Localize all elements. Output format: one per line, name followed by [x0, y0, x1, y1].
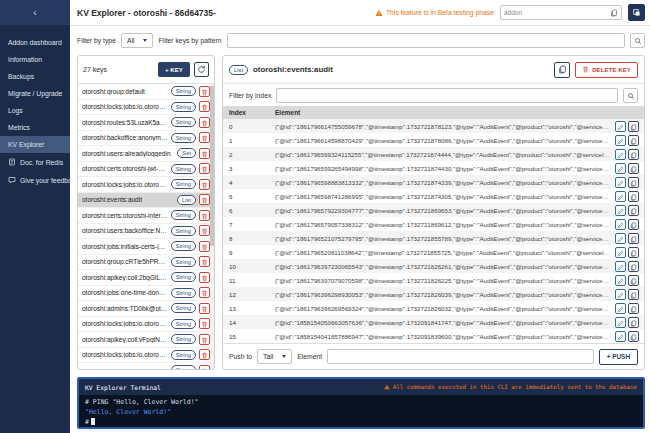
copy-element-button[interactable]: [628, 205, 639, 216]
push-element-input[interactable]: [327, 349, 594, 364]
key-list-item[interactable]: otoroshi:apikey:coll:vFpgtNWhAKJpGK1 Str…: [78, 332, 214, 348]
copy-icon[interactable]: [610, 9, 618, 17]
key-list-item[interactable]: otoroshi:locks:jobs:io.otoroshi.core.hea…: [78, 100, 214, 116]
delete-key-row-button[interactable]: [199, 101, 210, 112]
row-index: 2: [223, 151, 275, 158]
delete-key-row-button[interactable]: [199, 132, 210, 143]
key-list-item[interactable]: otoroshi:locks:jobs:io.otoroshi.core.job…: [78, 177, 214, 193]
key-list-item[interactable]: otoroshi:certs:otoroshi-jwt-signing Stri…: [78, 162, 214, 178]
edit-element-button[interactable]: [615, 149, 626, 160]
delete-key-row-button[interactable]: [199, 163, 210, 174]
key-list-item[interactable]: otoroshi:admins:TD0bk@otoroshi.io String: [78, 301, 214, 317]
copy-key-button[interactable]: [554, 62, 570, 78]
filter-pattern-input[interactable]: [227, 33, 625, 48]
key-list-item[interactable]: otoroshi:group:default String: [78, 84, 214, 100]
edit-element-button[interactable]: [615, 275, 626, 286]
sidebar-item[interactable]: Migrate / Upgrade: [0, 85, 70, 102]
key-list-item[interactable]: otoroshi:group:cRTle5hPRDUfLgeT String: [78, 255, 214, 271]
key-list-item[interactable]: otoroshi:routes:53LuzaK5aJztGzPF String: [78, 115, 214, 131]
delete-key-row-button[interactable]: [199, 365, 210, 369]
key-list-item[interactable]: otoroshi:users:backoffice:NObbFwWEXWAW..…: [78, 224, 214, 240]
terminal-body[interactable]: # PING "Hello, Clever World!" "Hello, Cl…: [79, 395, 643, 429]
filter-type-select[interactable]: All: [121, 33, 154, 48]
delete-key-row-button[interactable]: [199, 210, 210, 221]
copy-element-button[interactable]: [628, 149, 639, 160]
sidebar-item[interactable]: KV Explorer: [0, 136, 70, 153]
key-list-item[interactable]: otoroshi:apikey:coll:2bgGiLQ6Ccdt7RZe St…: [78, 270, 214, 286]
edit-element-button[interactable]: [615, 177, 626, 188]
copy-element-button[interactable]: [628, 261, 639, 272]
key-list-item[interactable]: otoroshi:users:alreadyloggedin Set: [78, 146, 214, 162]
key-list-item[interactable]: String: [78, 363, 214, 369]
delete-key-row-button[interactable]: [199, 148, 210, 159]
edit-element-button[interactable]: [615, 303, 626, 314]
sidebar-collapse-button[interactable]: ‹: [0, 0, 70, 25]
push-button[interactable]: + PUSH: [599, 349, 638, 365]
delete-key-row-button[interactable]: [199, 179, 210, 190]
index-search-button[interactable]: [623, 88, 638, 103]
sidebar-item[interactable]: Give your feedback: [0, 171, 70, 189]
key-list-item[interactable]: otoroshi:backoffice:anonymous-reporting-…: [78, 131, 214, 147]
copy-element-button[interactable]: [628, 317, 639, 328]
copy-element-button[interactable]: [628, 135, 639, 146]
edit-element-button[interactable]: [615, 289, 626, 300]
console-toggle-button[interactable]: [628, 4, 645, 21]
copy-element-button[interactable]: [628, 303, 639, 314]
delete-key-row-button[interactable]: [199, 318, 210, 329]
copy-element-button[interactable]: [628, 289, 639, 300]
edit-element-button[interactable]: [615, 317, 626, 328]
edit-element-button[interactable]: [615, 205, 626, 216]
copy-element-button[interactable]: [628, 121, 639, 132]
delete-key-row-button[interactable]: [199, 272, 210, 283]
edit-element-button[interactable]: [615, 261, 626, 272]
delete-key-button[interactable]: DELETE KEY: [575, 62, 638, 78]
key-list-item[interactable]: otoroshi:jobs:initials-certs-job:wildcar…: [78, 239, 214, 255]
sidebar-item[interactable]: Doc. for Redis: [0, 153, 70, 171]
sidebar-item[interactable]: Backups: [0, 68, 70, 85]
copy-element-button[interactable]: [628, 191, 639, 202]
key-list-item[interactable]: otoroshi:events:audit List: [78, 193, 214, 209]
filter-search-button[interactable]: [630, 33, 645, 48]
edit-element-button[interactable]: [615, 191, 626, 202]
copy-element-button[interactable]: [628, 163, 639, 174]
copy-element-button[interactable]: [628, 331, 639, 342]
copy-element-button[interactable]: [628, 177, 639, 188]
delete-key-row-button[interactable]: [199, 349, 210, 360]
delete-key-row-button[interactable]: [199, 225, 210, 236]
sidebar-item[interactable]: Information: [0, 51, 70, 68]
edit-element-button[interactable]: [615, 233, 626, 244]
terminal-prompt[interactable]: #: [85, 417, 637, 427]
push-position-select[interactable]: Tail: [257, 349, 292, 364]
copy-element-button[interactable]: [628, 219, 639, 230]
edit-element-button[interactable]: [615, 331, 626, 342]
refresh-keys-button[interactable]: [194, 62, 209, 77]
edit-element-button[interactable]: [615, 121, 626, 132]
delete-key-row-button[interactable]: [199, 287, 210, 298]
key-list-item[interactable]: otoroshi:locks:jobs:io.otoroshi.core.job…: [78, 348, 214, 364]
delete-key-row-button[interactable]: [199, 194, 210, 205]
delete-key-row-button[interactable]: [199, 334, 210, 345]
key-list-item[interactable]: otoroshi:certs:otoroshi-intermediate-ca …: [78, 208, 214, 224]
delete-key-row-button[interactable]: [199, 86, 210, 97]
copy-element-button[interactable]: [628, 275, 639, 286]
keys-scrollbar-thumb[interactable]: [210, 86, 214, 246]
addon-id-input[interactable]: [504, 9, 608, 16]
delete-key-row-button[interactable]: [199, 256, 210, 267]
delete-key-row-button[interactable]: [199, 117, 210, 128]
edit-element-button[interactable]: [615, 247, 626, 258]
edit-element-button[interactable]: [615, 163, 626, 174]
delete-key-row-button[interactable]: [199, 241, 210, 252]
delete-key-row-button[interactable]: [199, 303, 210, 314]
copy-element-button[interactable]: [628, 247, 639, 258]
sidebar-item[interactable]: Metrics: [0, 119, 70, 136]
keys-scrollbar[interactable]: [210, 84, 214, 369]
key-list-item[interactable]: otoroshi:locks:jobs:io.otoroshi.plugins.…: [78, 317, 214, 333]
sidebar-item[interactable]: Addon dashboard: [0, 34, 70, 51]
edit-element-button[interactable]: [615, 219, 626, 230]
sidebar-item[interactable]: Logs: [0, 102, 70, 119]
key-list-item[interactable]: otoroshi:jobs:one-time-done:io.otoroshi.…: [78, 286, 214, 302]
copy-element-button[interactable]: [628, 233, 639, 244]
filter-index-input[interactable]: [276, 88, 618, 103]
add-key-button[interactable]: + KEY: [158, 62, 190, 77]
edit-element-button[interactable]: [615, 135, 626, 146]
